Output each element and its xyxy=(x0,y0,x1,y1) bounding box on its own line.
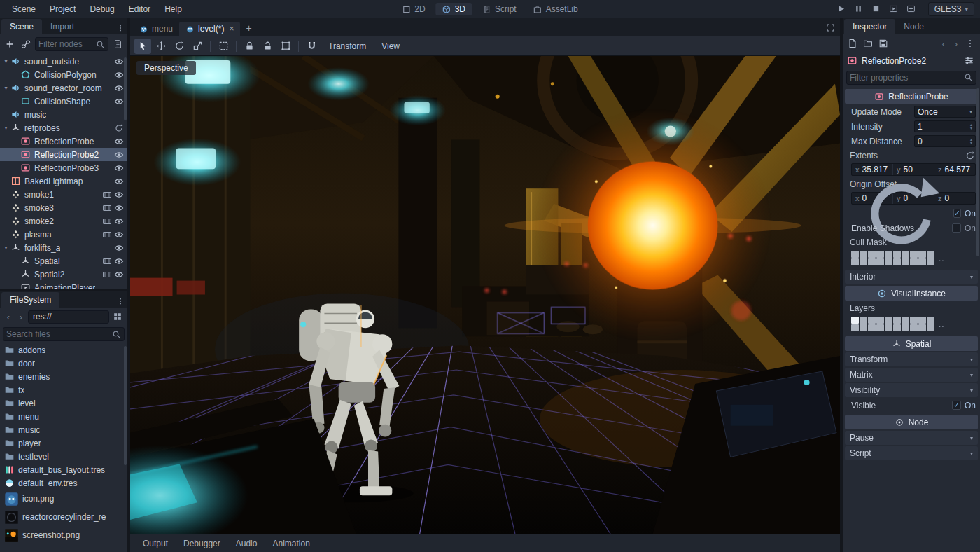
history-back-button[interactable]: ‹ xyxy=(3,310,14,323)
bit-cell[interactable] xyxy=(910,317,918,324)
move-tool-button[interactable] xyxy=(153,39,169,54)
bit-cell[interactable] xyxy=(868,251,876,258)
inspector-menu-button[interactable] xyxy=(963,36,977,50)
fs-item-default-env-tres[interactable]: default_env.tres xyxy=(0,476,127,490)
visibility-eye-icon[interactable] xyxy=(113,96,125,106)
visibility-eye-icon[interactable] xyxy=(113,176,125,186)
bit-cell[interactable] xyxy=(885,324,892,331)
play-scene-button[interactable] xyxy=(886,2,902,16)
checkbox-enable-shadows[interactable] xyxy=(952,223,961,233)
film-icon[interactable] xyxy=(101,269,113,280)
attach-script-button[interactable] xyxy=(111,37,125,51)
link-icon[interactable] xyxy=(113,123,125,133)
bit-cell[interactable] xyxy=(918,251,926,258)
number-field-intensity[interactable]: 1▴▾ xyxy=(914,120,976,132)
view-mode-button[interactable] xyxy=(111,310,125,324)
bit-cell[interactable] xyxy=(876,258,884,265)
scene-node-bakedlightmap[interactable]: BakedLightmap xyxy=(0,174,127,188)
bit-cell[interactable] xyxy=(910,324,918,331)
fs-item-fx[interactable]: fx xyxy=(0,383,127,396)
dock-menu-icon[interactable] xyxy=(115,22,126,34)
new-tab-button[interactable]: + xyxy=(240,21,257,36)
bit-cell[interactable] xyxy=(885,317,892,324)
visibility-eye-icon[interactable] xyxy=(113,163,125,173)
workspace-3d[interactable]: 3D xyxy=(436,3,472,15)
snap-tool-button[interactable] xyxy=(303,39,320,54)
fs-item-icon-png[interactable]: icon.png xyxy=(0,490,127,508)
load-resource-button[interactable] xyxy=(861,36,875,50)
scene-node-plasma[interactable]: plasma xyxy=(0,228,127,241)
bit-cell[interactable] xyxy=(851,324,859,331)
inspector-section-script[interactable]: Script▾ xyxy=(845,446,978,460)
fs-item-addons[interactable]: addons xyxy=(0,343,127,357)
scale-tool-button[interactable] xyxy=(189,39,206,54)
collapse-arrow-icon[interactable]: ▾ xyxy=(1,125,10,131)
number-field-max-distance[interactable]: 0▴▾ xyxy=(914,135,976,147)
bit-cell[interactable] xyxy=(893,317,901,324)
fs-item-default-bus-layout-tres[interactable]: default_bus_layout.tres xyxy=(0,463,127,476)
filter-properties-input[interactable] xyxy=(850,73,964,83)
collapse-arrow-icon[interactable]: ▾ xyxy=(1,85,10,91)
bit-cell[interactable] xyxy=(876,251,884,258)
search-files-input[interactable] xyxy=(6,329,112,339)
bit-cell[interactable] xyxy=(918,258,926,265)
scene-node-spatial[interactable]: Spatial xyxy=(0,254,127,268)
lock-tool-button[interactable] xyxy=(241,39,258,54)
visibility-eye-icon[interactable] xyxy=(113,202,125,213)
fs-item-level[interactable]: level xyxy=(0,396,127,410)
history-back-button[interactable]: ‹ xyxy=(938,37,949,50)
bit-cell[interactable] xyxy=(918,317,926,324)
bit-cell[interactable] xyxy=(860,317,867,324)
bit-cell[interactable] xyxy=(927,324,934,331)
bit-cell[interactable] xyxy=(893,258,901,265)
film-icon[interactable] xyxy=(101,202,113,213)
bit-cell[interactable] xyxy=(918,324,926,331)
scene-tab-level[interactable]: level(*)× xyxy=(179,22,240,36)
bottom-tab-debugger[interactable]: Debugger xyxy=(176,536,227,551)
scene-node-smoke2[interactable]: smoke2 xyxy=(0,214,127,228)
filesystem-scrollbar[interactable] xyxy=(124,346,127,465)
unlock-tool-button[interactable] xyxy=(259,39,276,54)
filter-nodes-input[interactable] xyxy=(38,39,96,49)
scene-node-smoke3[interactable]: smoke3 xyxy=(0,201,127,214)
visibility-eye-icon[interactable] xyxy=(113,136,125,146)
stop-button[interactable] xyxy=(869,2,884,16)
bit-cell[interactable] xyxy=(902,258,909,265)
film-icon[interactable] xyxy=(101,189,113,200)
bit-cell[interactable] xyxy=(902,251,909,258)
bit-cell[interactable] xyxy=(910,251,918,258)
bit-cell[interactable] xyxy=(893,251,901,258)
bit-cell[interactable] xyxy=(927,317,934,324)
visibility-eye-icon[interactable] xyxy=(113,83,125,93)
visibility-eye-icon[interactable] xyxy=(113,189,125,200)
visibility-eye-icon[interactable] xyxy=(113,229,125,240)
play-button[interactable] xyxy=(834,2,849,16)
scene-node-sound-reactor-room[interactable]: ▾sound_reactor_room xyxy=(0,81,127,95)
play-custom-button[interactable] xyxy=(904,2,919,16)
menu-project[interactable]: Project xyxy=(43,2,82,16)
scene-node-spatial2[interactable]: Spatial2 xyxy=(0,268,127,281)
scene-node-reflectionprobe[interactable]: ReflectionProbe xyxy=(0,134,127,148)
grid-expand-dots[interactable]: .. xyxy=(939,254,945,263)
menu-editor[interactable]: Editor xyxy=(122,2,157,16)
distraction-free-button[interactable] xyxy=(823,20,837,34)
checkbox-box-projection[interactable]: ✓ xyxy=(953,209,961,218)
add-node-button[interactable] xyxy=(3,37,17,51)
history-forward-button[interactable]: › xyxy=(15,310,27,323)
renderer-select[interactable]: GLES3 ▾ xyxy=(928,2,974,16)
new-resource-button[interactable] xyxy=(846,36,860,50)
inspector-section-transform[interactable]: Transform▾ xyxy=(845,352,978,366)
inspector-section-interior[interactable]: Interior▾ xyxy=(845,270,978,284)
fs-item-screenshot-png[interactable]: screenshot.png xyxy=(0,526,127,544)
scene-tab-menu[interactable]: menu xyxy=(133,22,179,36)
film-icon[interactable] xyxy=(101,216,113,226)
bit-cell[interactable] xyxy=(868,258,876,265)
select-tool-button[interactable] xyxy=(134,39,151,54)
scene-node-collisionpolygon[interactable]: CollisionPolygon xyxy=(0,68,127,81)
workspace-script[interactable]: Script xyxy=(476,3,523,15)
bit-cell[interactable] xyxy=(885,251,892,258)
bottom-tab-audio[interactable]: Audio xyxy=(229,536,265,551)
fs-item-menu[interactable]: menu xyxy=(0,410,127,423)
visibility-eye-icon[interactable] xyxy=(113,269,125,280)
tab-filesystem[interactable]: FileSystem xyxy=(1,292,59,308)
